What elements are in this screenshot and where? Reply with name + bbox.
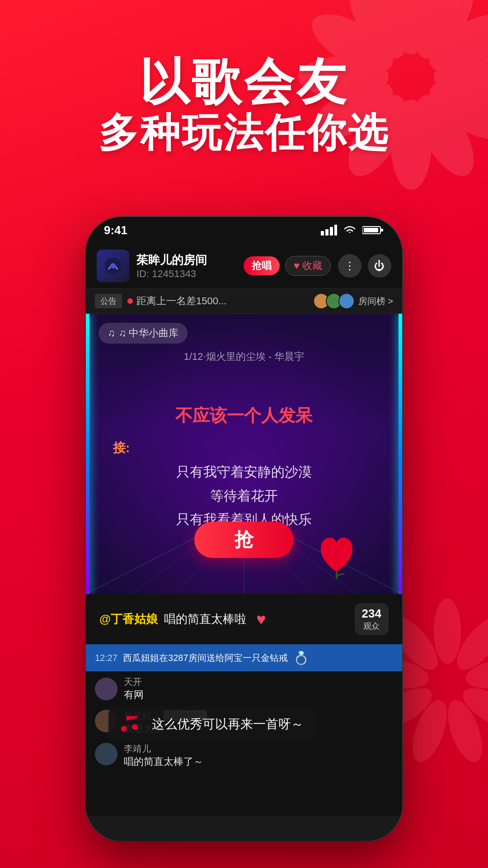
chat-overlay-area: @丁香姑娘 唱的简直太棒啦 ♥ 234 观众 12:27 西瓜妞姐在3287房间… — [86, 594, 402, 816]
phone-mockup: 9:41 — [86, 217, 402, 841]
song-area: ♫ ♫ 中华小曲库 1/12·烟火里的尘埃 - 华晨宇 不应该一个人发呆 接: … — [86, 314, 402, 594]
hero-line1: 以歌会友 — [0, 54, 488, 109]
current-lyric: 不应该一个人发呆 — [86, 404, 402, 427]
hero-section: 以歌会友 多种玩法任你选 — [0, 54, 488, 157]
power-button[interactable]: ⏻ — [368, 254, 391, 278]
song-number: 1/12·烟火里的尘埃 - 华晨宇 — [86, 350, 402, 363]
svg-rect-24 — [334, 225, 337, 236]
room-badges: 抢唱 ♥ 收藏 — [244, 256, 331, 276]
next-lines: 只有我守着安静的沙漠等待着花开只有我看着别人的快乐 — [104, 460, 384, 532]
gift-bar: 12:27 西瓜妞姐在3287房间送给阿宝一只金钻戒 💍 — [86, 644, 402, 671]
room-info: 茱眸儿的房间 ID: 12451343 — [136, 252, 236, 280]
status-icons — [321, 225, 384, 236]
floating-heart — [316, 533, 357, 580]
next-label: 接: — [104, 439, 384, 457]
msg-3-name: 李靖儿 — [124, 744, 151, 754]
room-avatar — [97, 250, 129, 282]
room-actions: ⋮ ⏻ — [338, 254, 391, 278]
badge-qiang[interactable]: 抢唱 — [244, 256, 280, 275]
more-button[interactable]: ⋮ — [338, 254, 361, 278]
msg-3-content: 李靖儿 唱的简直太棒了～ — [124, 743, 203, 769]
hero-line2: 多种玩法任你选 — [0, 109, 488, 157]
wifi-icon — [343, 225, 357, 236]
song-lib-badge: ♫ ♫ 中华小曲库 — [99, 323, 188, 344]
status-bar: 9:41 — [86, 217, 402, 243]
rank-avatars — [313, 293, 355, 309]
room-header: 茱眸儿的房间 ID: 12451343 抢唱 ♥ 收藏 ⋮ ⏻ — [86, 243, 402, 288]
grab-button[interactable]: 抢 — [194, 522, 294, 558]
audience-count: 234 — [362, 607, 381, 621]
music-note-icon: ♫ — [108, 327, 115, 339]
msg-1-text: 有网 — [124, 688, 144, 702]
collect-heart-icon: ♥ — [294, 260, 300, 272]
audience-badge: 234 观众 — [355, 603, 389, 635]
collect-label: 收藏 — [302, 259, 322, 273]
main-chat-bubble: @丁香姑娘 唱的简直太棒啦 ♥ 234 观众 — [86, 594, 402, 644]
chat-message-text: 唱的简直太棒啦 — [164, 611, 246, 627]
svg-rect-27 — [364, 228, 378, 232]
music-popup: 这么优秀可以再来一首呀～ — [108, 706, 316, 742]
notice-rank: 房间榜 > — [313, 293, 393, 309]
notice-icon-label: 公告 — [95, 294, 122, 308]
next-lyrics-section: 接: 只有我守着安静的沙漠等待着花开只有我看着别人的快乐 — [86, 439, 402, 532]
room-id: ID: 12451343 — [136, 268, 236, 280]
svg-point-29 — [110, 263, 116, 269]
gift-icon: 💍 — [293, 651, 309, 665]
msg-3-text: 唱的简直太棒了～ — [124, 755, 203, 769]
battery-icon — [362, 225, 384, 236]
rank-label[interactable]: 房间榜 > — [358, 295, 393, 307]
signal-icon — [321, 225, 337, 236]
svg-point-12 — [434, 599, 461, 664]
chat-msg-1: 天开 有网 — [86, 671, 402, 706]
svg-rect-26 — [380, 229, 383, 231]
msg-1-name: 天开 — [124, 677, 142, 687]
music-notes-icon — [121, 714, 145, 734]
music-popup-text: 这么优秀可以再来一首呀～ — [152, 716, 304, 733]
notice-dot — [127, 298, 133, 304]
chat-msg-3: 李靖儿 唱的简直太棒了～ — [86, 739, 402, 772]
notice-bar: 公告 距离上一名差1500... 房间榜 > — [86, 288, 402, 314]
song-lib-label: ♫ 中华小曲库 — [119, 326, 179, 340]
notice-text: 距离上一名差1500... — [136, 294, 313, 308]
msg-avatar-3 — [95, 743, 117, 765]
chat-heart: ♥ — [256, 610, 266, 629]
gift-time: 12:27 — [95, 653, 117, 663]
msg-1-content: 天开 有网 — [124, 676, 144, 702]
msg-avatar-1 — [95, 678, 117, 700]
chat-username: @丁香姑娘 — [99, 611, 158, 627]
room-name: 茱眸儿的房间 — [136, 252, 236, 268]
svg-rect-21 — [321, 231, 324, 236]
gift-text: 西瓜妞姐在3287房间送给阿宝一只金钻戒 — [123, 652, 288, 664]
badge-collect[interactable]: ♥ 收藏 — [285, 256, 331, 276]
rank-avatar-3 — [338, 293, 355, 309]
phone-frame: 9:41 — [86, 217, 402, 841]
svg-rect-22 — [325, 229, 328, 236]
svg-rect-23 — [330, 227, 333, 236]
status-time: 9:41 — [104, 223, 127, 237]
chat-section: 天开 有网 这么优秀可以再来一首呀～ — [86, 671, 402, 816]
audience-label: 观众 — [362, 621, 381, 632]
